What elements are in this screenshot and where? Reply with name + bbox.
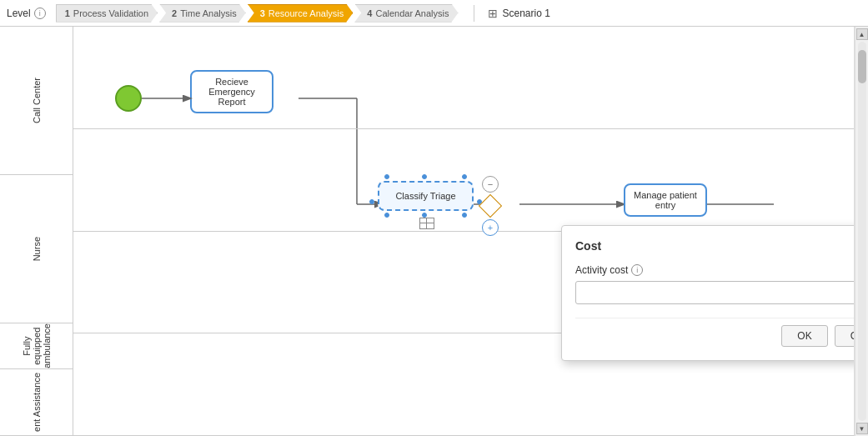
step-1-label: Process Validation (73, 8, 148, 18)
process-node-classify-triage[interactable]: Classify Triage (378, 181, 474, 211)
level-info-icon[interactable]: i (34, 8, 46, 19)
step-2-num: 2 (172, 8, 177, 18)
step-breadcrumb: 1 Process Validation 2 Time Analysis 3 R… (56, 4, 460, 23)
lane-label-patient-assistance-text: ent Assistance (32, 373, 42, 432)
classify-triage-label: Classify Triage (395, 191, 455, 201)
step-2[interactable]: 2 Time Analysis (159, 4, 246, 23)
ctrl-table-icon[interactable] (419, 218, 434, 229)
handle-bl (384, 213, 389, 218)
lane-label-nurse: Nurse (0, 175, 73, 323)
process-node-receive-emergency-label: Recieve Emergency Report (208, 77, 255, 107)
ctrl-diamond[interactable] (479, 194, 502, 218)
scenario-text: Scenario 1 (503, 8, 550, 19)
dialog-field-label-text: Activity cost (575, 264, 628, 276)
lane-row-call-center: Recieve Emergency Report (73, 27, 854, 129)
step-4[interactable]: 4 Calendar Analysis (354, 4, 458, 23)
ctrl-minus-icon[interactable]: − (482, 176, 499, 193)
step-1[interactable]: 1 Process Validation (56, 4, 158, 23)
step-3-label: Resource Analysis (268, 8, 344, 18)
lane-label-nurse-text: Nurse (32, 237, 42, 261)
dialog-field-info-icon[interactable]: i (631, 264, 643, 276)
diagram-area: Call Center Nurse Fully equipped ambulan… (0, 27, 855, 436)
dialog-field-label: Activity cost i (575, 264, 855, 276)
step-2-label: Time Analysis (180, 8, 236, 18)
step-3[interactable]: 3 Resource Analysis (248, 4, 354, 23)
scroll-up-button[interactable]: ▲ (856, 28, 868, 40)
lane-canvas: Recieve Emergency Report (73, 27, 854, 436)
main-content: Call Center Nurse Fully equipped ambulan… (0, 27, 868, 436)
lane-row-nurse: Classify Triage − + (73, 129, 854, 232)
manage-patient-label: Manage patient entry (634, 190, 697, 210)
cost-dialog: Cost Activity cost i ▲ ▼ OK (561, 225, 855, 361)
step-4-num: 4 (367, 8, 372, 18)
cancel-button[interactable]: Cancel (835, 325, 855, 347)
toolbar: Level i 1 Process Validation 2 Time Anal… (0, 0, 868, 27)
process-node-receive-emergency[interactable]: Recieve Emergency Report (190, 70, 273, 113)
step-1-num: 1 (65, 8, 70, 18)
handle-tc (422, 174, 427, 179)
scenario-label: ⊞ Scenario 1 (488, 7, 550, 20)
start-node[interactable] (115, 85, 142, 112)
step-3-num: 3 (260, 8, 265, 18)
process-node-manage-patient[interactable]: Manage patient entry (624, 183, 707, 217)
scenario-icon: ⊞ (488, 7, 498, 20)
dialog-footer: OK Cancel (575, 318, 855, 347)
dialog-title: Cost (575, 239, 855, 253)
level-text: Level (7, 8, 31, 19)
vertical-scrollbar: ▲ ▼ (855, 27, 868, 436)
classify-triage-container: Classify Triage − + (378, 181, 474, 211)
handle-br (462, 213, 467, 218)
toolbar-divider (474, 5, 474, 22)
ok-button[interactable]: OK (781, 325, 827, 347)
handle-tl (384, 174, 389, 179)
dialog-input-row: ▲ ▼ (575, 281, 855, 304)
scroll-down-button[interactable]: ▼ (856, 423, 868, 434)
swim-lanes: Call Center Nurse Fully equipped ambulan… (0, 27, 854, 436)
activity-cost-input[interactable] (575, 281, 855, 304)
lane-labels: Call Center Nurse Fully equipped ambulan… (0, 27, 73, 436)
handle-tr (462, 174, 467, 179)
scroll-track (858, 42, 866, 421)
lane-label-patient-assistance: ent Assistance (0, 369, 73, 436)
level-label: Level i (7, 8, 46, 19)
scroll-thumb[interactable] (858, 50, 866, 83)
handle-ml (369, 199, 374, 204)
lane-label-fully-equipped: Fully equipped ambulance (0, 323, 73, 369)
lane-label-fully-equipped-text: Fully equipped ambulance (22, 323, 52, 368)
step-4-label: Calendar Analysis (375, 8, 449, 18)
lane-label-call-center: Call Center (0, 27, 73, 175)
lane-label-call-center-text: Call Center (32, 78, 42, 123)
